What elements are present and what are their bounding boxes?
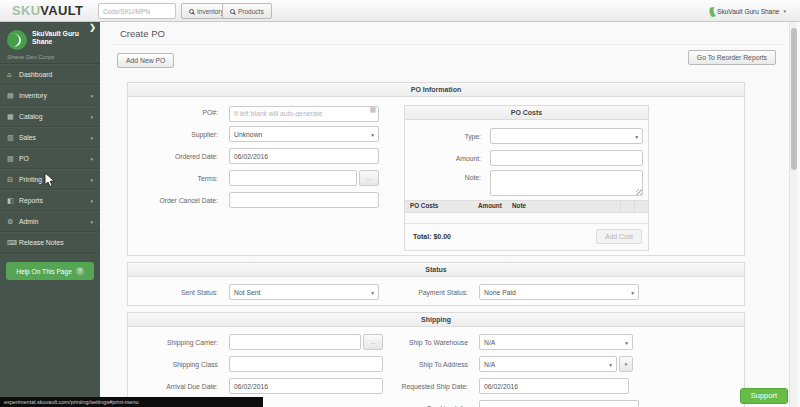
sidebar-item-label: Sales (19, 134, 36, 141)
skuvault-create-po-screen: SKUVAULT Inventory Products ((( SkuVault… (0, 0, 800, 407)
order-cancel-date-input[interactable] (229, 192, 379, 208)
chevron-down-icon: ▾ (90, 219, 93, 225)
page-title: Create PO (120, 28, 165, 39)
shipping-header: Shipping (128, 313, 744, 327)
po-costs-table-header: PO Costs Amount Note (405, 200, 648, 213)
ordered-date-input[interactable] (229, 148, 379, 164)
cost-type-select[interactable] (490, 128, 643, 144)
requested-ship-date-input[interactable] (479, 378, 629, 394)
payment-status-select[interactable]: None Paid (479, 284, 639, 300)
sidebar-item-label: PO (19, 155, 29, 162)
sidebar-company-name: Shane Dev Corps (7, 54, 54, 60)
resize-handle-icon[interactable] (636, 189, 642, 195)
go-to-reorder-reports-button[interactable]: Go To Reorder Reports (688, 50, 776, 65)
chevron-down-icon: ▾ (90, 114, 93, 120)
grid-icon: ▦ (369, 106, 376, 114)
ship-to-address-label: Ship To Address (358, 361, 468, 368)
sidebar-item-sales[interactable]: ▥ Sales ▾ (0, 127, 100, 148)
sidebar-item-label: Inventory (19, 92, 47, 99)
ship-to-warehouse-value: N/A (484, 339, 495, 346)
sent-status-value: Not Sent (234, 289, 260, 296)
cost-note-textarea[interactable] (490, 170, 643, 196)
printer-icon: ⊟ (7, 176, 19, 184)
terms-browse-button[interactable]: ... (359, 170, 379, 186)
sidebar-item-release-notes[interactable]: ⌨ Release Notes (0, 232, 100, 253)
shipping-carrier-input[interactable] (229, 334, 361, 350)
po-number-label: PO#: (128, 109, 218, 116)
cost-amount-input[interactable] (490, 150, 643, 166)
ship-to-address-dropdown-button[interactable]: ▾ (619, 356, 633, 372)
inventory-icon: ▤ (7, 92, 19, 100)
search-inventory-label: Inventory (197, 8, 224, 15)
admin-gear-icon: ⚙ (7, 218, 19, 226)
po-number-input[interactable] (229, 106, 379, 122)
help-on-this-page-button[interactable]: Help On This Page ? (6, 262, 94, 280)
logo-sku-text: SKU (12, 3, 40, 18)
skuvault-round-logo (6, 29, 28, 51)
sent-status-select[interactable]: Not Sent (229, 284, 379, 300)
search-icon (189, 9, 194, 14)
chevron-down-icon: ▾ (90, 198, 93, 204)
po-document-icon: ▧ (7, 155, 19, 163)
skuvault-logo[interactable]: SKUVAULT (12, 3, 83, 18)
cost-note-label: Note: (405, 174, 481, 181)
sidebar-item-po[interactable]: ▧ PO ▾ (0, 148, 100, 169)
catalog-icon: ▦ (7, 113, 19, 121)
skuvault-wave-icon: ((( (708, 5, 714, 17)
chevron-down-icon: ▾ (90, 156, 93, 162)
browser-status-bar: experimental.skuvault.com/printing/setti… (0, 397, 263, 407)
add-new-po-button[interactable]: Add New PO (117, 53, 174, 68)
user-menu[interactable]: ((( SkuVault Guru Shane ▾ (709, 3, 786, 19)
sidebar-item-label: Release Notes (19, 239, 64, 246)
sidebar-item-admin[interactable]: ⚙ Admin ▾ (0, 211, 100, 232)
po-information-panel: PO Information PO#: ▦ Supplier: Unknown … (127, 82, 745, 256)
supplier-label: Supplier: (128, 131, 218, 138)
tracking-info-input[interactable] (479, 400, 639, 407)
sidebar-item-printing[interactable]: ⊟ Printing ▾ (0, 169, 100, 190)
sidebar-item-label: Printing (19, 176, 42, 183)
status-panel: Status Sent Status: Not Sent Payment Sta… (127, 262, 745, 306)
terms-input[interactable] (229, 170, 357, 186)
global-search-input[interactable] (98, 3, 176, 19)
col-amount: Amount (473, 200, 507, 213)
col-actions (620, 200, 634, 213)
terms-label: Terms: (128, 175, 218, 182)
reports-chart-icon: ◧ (7, 197, 19, 205)
sidebar: ❯ SkuVault Guru Shane Shane Dev Corps ⌂ … (0, 22, 100, 407)
po-costs-header: PO Costs (405, 106, 648, 120)
help-button-label: Help On This Page (16, 268, 72, 275)
divider (112, 44, 784, 45)
chevron-down-icon: ▾ (783, 8, 786, 14)
search-icon (230, 9, 235, 14)
sidebar-item-dashboard[interactable]: ⌂ Dashboard (0, 64, 100, 85)
shipping-class-label: Shipping Class (128, 361, 218, 368)
search-products-button[interactable]: Products (222, 3, 272, 19)
po-information-header: PO Information (128, 83, 744, 97)
po-costs-panel: PO Costs Type: Amount: Note: (404, 105, 649, 251)
sidebar-user-name: SkuVault Guru Shane (32, 30, 94, 46)
supplier-select[interactable]: Unknown (229, 126, 379, 142)
sidebar-item-reports[interactable]: ◧ Reports ▾ (0, 190, 100, 211)
sales-cart-icon: ▥ (7, 134, 19, 142)
sidebar-item-label: Reports (19, 197, 43, 204)
sidebar-item-catalog[interactable]: ▦ Catalog ▾ (0, 106, 100, 127)
search-products-label: Products (238, 8, 264, 15)
ship-to-warehouse-select[interactable]: N/A (479, 334, 633, 350)
shipping-panel: Shipping Shipping Carrier: ... Shipping … (127, 312, 745, 407)
user-menu-label: SkuVault Guru Shane (717, 8, 779, 15)
top-bar: SKUVAULT Inventory Products ((( SkuVault… (0, 0, 800, 22)
sidebar-item-label: Dashboard (19, 71, 52, 78)
ship-to-address-select[interactable]: N/A (479, 356, 617, 372)
col-note: Note (507, 200, 620, 213)
chevron-down-icon: ▾ (90, 93, 93, 99)
dashboard-home-icon: ⌂ (7, 71, 19, 79)
scrollbar-thumb[interactable] (791, 28, 797, 170)
add-cost-button[interactable]: Add Cost (596, 229, 642, 244)
logo-vault-text: VAULT (40, 3, 83, 18)
release-notes-icon: ⌨ (7, 239, 19, 247)
shipping-carrier-label: Shipping Carrier: (128, 339, 218, 346)
po-costs-total: Total: $0.00 (413, 233, 451, 240)
vertical-scrollbar[interactable] (789, 22, 797, 407)
sidebar-item-inventory[interactable]: ▤ Inventory ▾ (0, 85, 100, 106)
support-button[interactable]: Support (740, 388, 788, 404)
